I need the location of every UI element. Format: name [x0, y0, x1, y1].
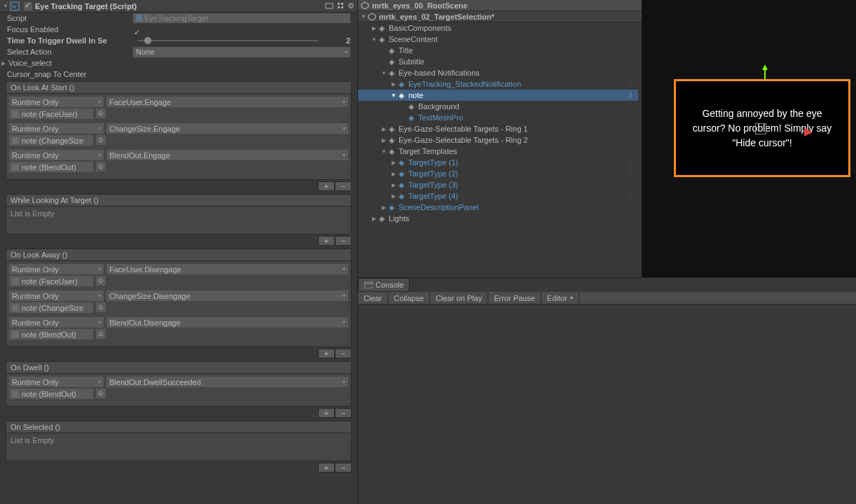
hierarchy-item-scenedesc[interactable]: ▶ ◈ SceneDescriptionPanel	[358, 202, 638, 213]
object-reference[interactable]: note (BlendOut)	[9, 162, 93, 172]
add-event-button[interactable]: +	[318, 463, 335, 472]
object-reference[interactable]: note (ChangeSize	[9, 135, 93, 146]
function-dropdown[interactable]: ChangeSize.Engage	[106, 123, 348, 134]
slider-thumb[interactable]	[144, 37, 151, 44]
remove-event-button[interactable]: −	[335, 349, 352, 358]
runtime-mode-dropdown[interactable]: Runtime Only	[9, 97, 104, 107]
hierarchy-item-eyenotif[interactable]: ▼ ◈ Eye-based Notifications	[358, 67, 638, 78]
foldout-arrow-icon[interactable]: ▶	[390, 193, 397, 200]
select-action-dropdown[interactable]: None	[133, 47, 350, 57]
object-picker-icon[interactable]: ⊙	[96, 162, 106, 172]
add-event-button[interactable]: +	[318, 408, 335, 418]
add-event-button[interactable]: +	[318, 349, 335, 358]
foldout-arrow-icon[interactable]: ▶	[380, 126, 387, 132]
function-dropdown[interactable]: BlendOut.Engage	[106, 150, 348, 160]
runtime-mode-dropdown[interactable]: Runtime Only	[9, 150, 104, 160]
reference-icon[interactable]	[325, 1, 333, 10]
dwell-slider[interactable]	[137, 40, 318, 41]
foldout-arrow-icon[interactable]: ▶	[1, 60, 8, 66]
foldout-arrow-icon[interactable]: ▶	[380, 204, 387, 211]
function-dropdown[interactable]: ChangeSize.Disengage	[106, 290, 348, 301]
object-picker-icon[interactable]: ⊙	[96, 276, 106, 286]
chevron-right-icon[interactable]: 〉	[629, 91, 635, 100]
object-reference[interactable]: note (ChangeSize	[9, 302, 93, 313]
remove-event-button[interactable]: −	[335, 236, 352, 246]
object-picker-icon[interactable]: ⊙	[96, 329, 106, 339]
foldout-arrow-icon[interactable]: ▼	[380, 70, 387, 76]
hierarchy-item-stacked[interactable]: ▶ ◈ EyeTracking_StackedNotification 〉	[358, 78, 638, 90]
dwell-value[interactable]: 2	[322, 36, 350, 45]
foldout-arrow-icon[interactable]: ▶	[371, 25, 378, 31]
gameobject-icon: ◈	[387, 125, 396, 133]
object-picker-icon[interactable]: ⊙	[96, 135, 106, 145]
hierarchy-item-t3[interactable]: ▶ ◈ TargetType (3) 〉	[358, 179, 638, 190]
preset-icon[interactable]	[336, 1, 345, 10]
hierarchy-item-t1[interactable]: ▶ ◈ TargetType (1) 〉	[358, 157, 638, 168]
chevron-right-icon[interactable]: 〉	[629, 158, 635, 167]
runtime-mode-dropdown[interactable]: Runtime Only	[9, 123, 104, 134]
foldout-arrow-icon[interactable]: ▶	[390, 171, 397, 177]
remove-event-button[interactable]: −	[335, 463, 352, 472]
hierarchy-item-ring2[interactable]: ▶ ◈ Eye-Gaze-Selectable Targets - Ring 2	[358, 134, 638, 146]
runtime-mode-dropdown[interactable]: Runtime Only	[9, 290, 104, 301]
object-picker-icon[interactable]: ⊙	[96, 302, 106, 312]
foldout-arrow-icon[interactable]: ▶	[390, 81, 397, 88]
remove-event-button[interactable]: −	[335, 408, 352, 418]
script-reference[interactable]: EyeTrackingTarget	[133, 13, 350, 23]
runtime-mode-dropdown[interactable]: Runtime Only	[9, 264, 104, 274]
clear-button[interactable]: Clear	[358, 293, 388, 304]
hierarchy-item-ring1[interactable]: ▶ ◈ Eye-Gaze-Selectable Targets - Ring 1	[358, 123, 638, 134]
foldout-arrow-icon[interactable]: ▶	[380, 137, 387, 144]
voice-select-foldout[interactable]: ▶ Voice_select	[0, 57, 357, 69]
chevron-right-icon[interactable]: 〉	[629, 181, 635, 190]
add-event-button[interactable]: +	[318, 236, 335, 246]
hierarchy-item-title[interactable]: ◈ Title	[358, 45, 638, 56]
function-dropdown[interactable]: BlendOut.Disengage	[106, 317, 348, 328]
chevron-right-icon[interactable]: 〉	[629, 192, 635, 201]
foldout-arrow-icon[interactable]: ▼	[390, 92, 397, 99]
chevron-right-icon[interactable]: 〉	[629, 80, 635, 89]
chevron-right-icon[interactable]: 〉	[629, 169, 635, 178]
foldout-arrow-icon[interactable]: ▶	[371, 216, 378, 222]
function-dropdown[interactable]: FaceUser.Disengage	[106, 264, 348, 274]
hierarchy-item-note[interactable]: ▼ ◈ note 〉	[358, 90, 638, 101]
hierarchy-item-lights[interactable]: ▶ ◈ Lights	[358, 213, 638, 224]
scene-view[interactable]: Getting annoyed by the eye cursor? No pr…	[642, 0, 856, 277]
foldout-arrow-icon[interactable]: ▼	[3, 3, 8, 9]
function-dropdown[interactable]: BlendOut.DwellSucceeded	[106, 377, 348, 387]
foldout-arrow-icon[interactable]: ▼	[361, 13, 366, 20]
gear-icon[interactable]: ⚙	[347, 1, 354, 10]
collapse-button[interactable]: Collapse	[388, 293, 430, 304]
hierarchy-item-textmesh[interactable]: ◈ TextMeshPro	[358, 112, 638, 123]
console-panel: Console Clear Collapse Clear on Play Err…	[357, 277, 856, 504]
object-reference[interactable]: note (FaceUser)	[9, 276, 93, 286]
hierarchy-item-basic[interactable]: ▶ ◈ BasicComponents	[358, 22, 638, 34]
component-enabled-checkbox[interactable]	[24, 2, 32, 10]
clear-on-play-button[interactable]: Clear on Play	[430, 293, 488, 304]
remove-event-button[interactable]: −	[335, 181, 352, 191]
object-reference[interactable]: note (BlendOut)	[9, 388, 93, 399]
hierarchy-item-t2[interactable]: ▶ ◈ TargetType (2) 〉	[358, 168, 638, 179]
object-reference[interactable]: note (FaceUser)	[9, 108, 93, 119]
svg-rect-5	[338, 6, 340, 8]
object-picker-icon[interactable]: ⊙	[96, 108, 106, 118]
foldout-arrow-icon[interactable]: ▶	[390, 182, 397, 188]
hierarchy-item-templates[interactable]: ▼ ◈ Target Templates	[358, 146, 638, 157]
hierarchy-item-t4[interactable]: ▶ ◈ TargetType (4) 〉	[358, 190, 638, 202]
error-pause-button[interactable]: Error Pause	[488, 293, 541, 304]
hierarchy-item-subtitle[interactable]: ◈ Subtitle	[358, 56, 638, 67]
hierarchy-item-background[interactable]: ◈ Background	[358, 101, 638, 112]
console-tab[interactable]: Console	[358, 278, 410, 292]
hierarchy-item-scenecontent[interactable]: ▼ ◈ SceneContent	[358, 34, 638, 45]
object-reference[interactable]: note (BlendOut)	[9, 329, 93, 340]
foldout-arrow-icon[interactable]: ▼	[380, 148, 387, 155]
function-dropdown[interactable]: FaceUser.Engage	[106, 97, 348, 107]
object-picker-icon[interactable]: ⊙	[96, 388, 106, 398]
editor-dropdown[interactable]: Editor▾	[541, 293, 579, 304]
foldout-arrow-icon[interactable]: ▼	[371, 36, 378, 43]
runtime-mode-dropdown[interactable]: Runtime Only	[9, 317, 104, 328]
runtime-mode-dropdown[interactable]: Runtime Only	[9, 377, 104, 387]
add-event-button[interactable]: +	[318, 181, 335, 191]
foldout-arrow-icon[interactable]: ▶	[390, 160, 397, 166]
component-header[interactable]: ▼ N Eye Tracking Target (Script) ⚙	[0, 0, 357, 13]
